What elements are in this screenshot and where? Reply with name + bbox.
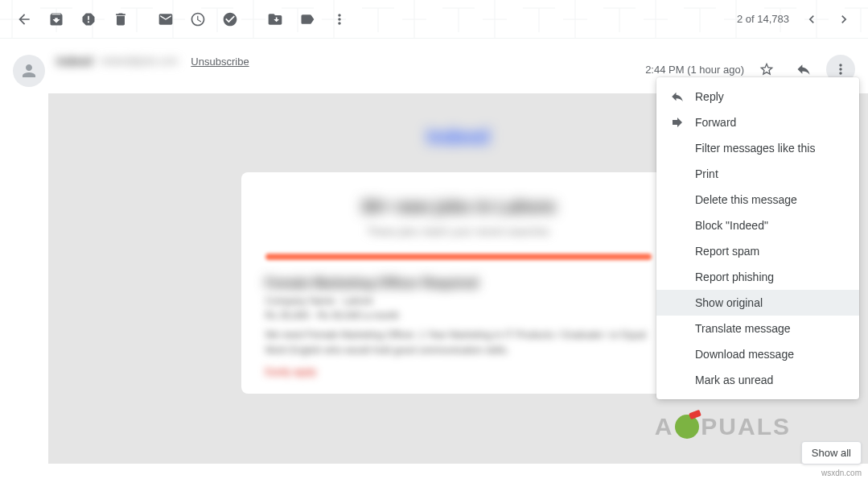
watermark-logo-icon <box>675 415 699 439</box>
menu-translate[interactable]: Translate message <box>656 316 859 341</box>
menu-label: Reply <box>695 90 724 103</box>
job-title: Female Marketing Officer Required <box>265 276 652 291</box>
menu-label: Report phishing <box>695 270 774 283</box>
menu-forward[interactable]: Forward <box>656 109 859 135</box>
message-count: 2 of 14,783 <box>737 13 789 25</box>
menu-show-original[interactable]: Show original <box>656 290 859 316</box>
message-actions-menu: Reply Forward Filter messages like this … <box>656 77 859 399</box>
back-icon[interactable] <box>8 3 40 35</box>
menu-label: Block "Indeed" <box>695 219 768 232</box>
snooze-icon[interactable] <box>182 3 214 35</box>
job-link[interactable]: Easily apply <box>265 366 652 378</box>
watermark: APUALS <box>655 413 791 440</box>
label-icon[interactable] <box>291 3 323 35</box>
forward-icon <box>669 114 685 130</box>
menu-print[interactable]: Print <box>656 161 859 187</box>
spam-icon[interactable] <box>72 3 105 35</box>
sender-name: Indeed <box>56 55 93 68</box>
reply-icon <box>669 89 685 105</box>
unsubscribe-link[interactable]: Unsubscribe <box>191 56 249 68</box>
next-icon[interactable] <box>828 3 860 35</box>
more-icon[interactable] <box>323 3 356 35</box>
menu-label: Download message <box>695 348 794 361</box>
menu-report-spam[interactable]: Report spam <box>656 238 859 264</box>
show-all-button[interactable]: Show all <box>801 441 862 465</box>
message-time: 2:44 PM (1 hour ago) <box>645 64 744 76</box>
menu-label: Show original <box>695 296 763 309</box>
menu-mark-unread[interactable]: Mark as unread <box>656 367 859 393</box>
email-title: 30+ new jobs in Lahore <box>265 196 652 217</box>
prev-icon[interactable] <box>796 3 828 35</box>
menu-label: Print <box>695 167 718 180</box>
menu-reply[interactable]: Reply <box>656 84 859 109</box>
delete-icon[interactable] <box>105 3 137 35</box>
menu-label: Mark as unread <box>695 374 773 386</box>
archive-icon[interactable] <box>40 3 72 35</box>
menu-block[interactable]: Block "Indeed" <box>656 213 859 238</box>
avatar <box>13 55 45 87</box>
divider <box>265 254 652 260</box>
menu-label: Delete this message <box>695 193 797 206</box>
menu-label: Report spam <box>695 245 759 258</box>
menu-delete[interactable]: Delete this message <box>656 187 859 213</box>
sender-email: indeed@jobs.com <box>101 56 178 67</box>
menu-label: Filter messages like this <box>695 142 815 155</box>
move-icon[interactable] <box>259 3 291 35</box>
source-url: wsxdn.com <box>821 469 862 477</box>
menu-label: Translate message <box>695 322 791 335</box>
mark-unread-icon[interactable] <box>150 3 182 35</box>
job-desc: We need Female Marketing Officer. 1 Year… <box>265 328 652 358</box>
tasks-icon[interactable] <box>214 3 246 35</box>
job-salary: Rs 35,000 - Rs 50,000 a month <box>265 310 652 321</box>
menu-filter[interactable]: Filter messages like this <box>656 135 859 161</box>
menu-label: Forward <box>695 116 736 129</box>
email-card: 30+ new jobs in Lahore These jobs match … <box>241 172 676 394</box>
email-subtitle: These jobs match your recent searches <box>265 225 652 237</box>
toolbar: 2 of 14,783 <box>0 0 868 39</box>
job-meta: Company Name · Lahore <box>265 295 652 307</box>
menu-download[interactable]: Download message <box>656 341 859 367</box>
menu-report-phishing[interactable]: Report phishing <box>656 264 859 290</box>
